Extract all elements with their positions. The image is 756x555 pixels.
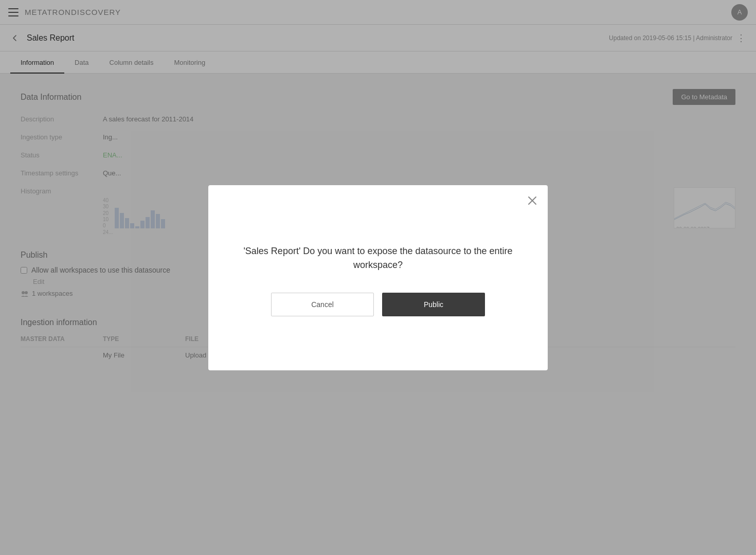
modal-close-button[interactable]	[525, 193, 539, 208]
modal-dialog: 'Sales Report' Do you want to expose the…	[208, 185, 548, 370]
cancel-button[interactable]: Cancel	[271, 293, 374, 316]
modal-overlay[interactable]: 'Sales Report' Do you want to expose the…	[0, 0, 756, 379]
modal-message: 'Sales Report' Do you want to expose the…	[239, 244, 517, 272]
public-button[interactable]: Public	[382, 293, 485, 316]
modal-buttons: Cancel Public	[271, 293, 485, 316]
